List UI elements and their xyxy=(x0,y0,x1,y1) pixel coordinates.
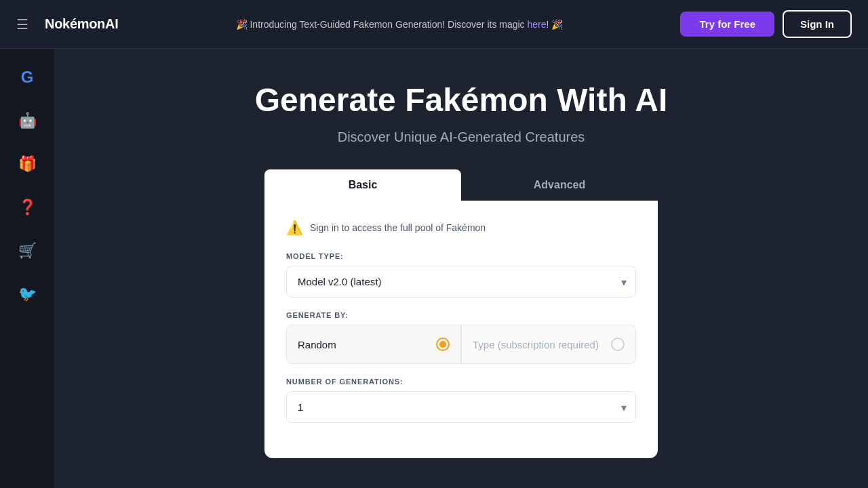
model-type-wrapper: Model v2.0 (latest) Model v1.0 ▾ xyxy=(286,266,636,298)
generations-select[interactable]: 1 2 3 4 xyxy=(286,391,636,423)
model-type-select[interactable]: Model v2.0 (latest) Model v1.0 xyxy=(286,266,636,298)
announcement-text-pre: 🎉 Introducing Text-Guided Fakemon Genera… xyxy=(236,19,528,30)
store-icon: 🛒 xyxy=(18,242,37,260)
help-icon: ❓ xyxy=(18,199,37,216)
sidebar-item-google[interactable]: G xyxy=(12,62,42,92)
model-type-label: MODEL TYPE: xyxy=(286,252,636,260)
radio-type[interactable]: Type (subscription required) xyxy=(461,325,636,364)
page-subtitle: Discover Unique AI-Generated Creatures xyxy=(338,129,585,145)
gift-icon: 🎁 xyxy=(18,155,37,173)
sidebar-item-store[interactable]: 🛒 xyxy=(12,236,42,266)
radio-random-dot xyxy=(436,338,450,351)
tabs-container: Basic Advanced xyxy=(264,169,658,201)
robot-icon: 🤖 xyxy=(18,112,37,129)
sidebar-item-twitter[interactable]: 🐦 xyxy=(12,279,42,309)
radio-group: Random Type (subscription required) xyxy=(286,325,636,364)
announcement-text-post: ! 🎉 xyxy=(547,19,564,30)
sidebar-item-gift[interactable]: 🎁 xyxy=(12,149,42,179)
generate-card: ⚠️ Sign in to access the full pool of Fa… xyxy=(264,201,658,458)
generations-wrapper: 1 2 3 4 ▾ xyxy=(286,391,636,423)
radio-type-label: Type (subscription required) xyxy=(473,339,599,350)
radio-type-dot xyxy=(611,338,625,351)
try-for-free-button[interactable]: Try for Free xyxy=(680,12,774,37)
info-banner: ⚠️ Sign in to access the full pool of Fa… xyxy=(286,220,636,236)
tab-advanced[interactable]: Advanced xyxy=(461,169,658,201)
info-text: Sign in to access the full pool of Fakém… xyxy=(310,222,486,233)
twitter-icon: 🐦 xyxy=(18,285,37,303)
google-icon: G xyxy=(21,68,34,87)
announcement-link[interactable]: here xyxy=(528,19,547,30)
announcement-banner: 🎉 Introducing Text-Guided Fakemon Genera… xyxy=(129,19,669,30)
radio-random[interactable]: Random xyxy=(286,325,461,364)
generations-label: NUMBER OF GENERATIONS: xyxy=(286,378,636,386)
generate-by-label: GENERATE BY: xyxy=(286,311,636,319)
warning-icon: ⚠️ xyxy=(286,220,303,236)
sidebar-item-help[interactable]: ❓ xyxy=(12,192,42,222)
menu-icon[interactable]: ☰ xyxy=(16,16,28,33)
page-title: Generate Fakémon With AI xyxy=(255,81,668,119)
main-layout: G 🤖 🎁 ❓ 🛒 🐦 Generate Fakémon With AI Dis… xyxy=(0,49,868,488)
content-area: Generate Fakémon With AI Discover Unique… xyxy=(54,49,868,488)
app-logo: NokémonAI xyxy=(45,16,118,32)
sidebar-item-robot[interactable]: 🤖 xyxy=(12,106,42,136)
navbar-actions: Try for Free Sign In xyxy=(680,10,852,38)
sidebar: G 🤖 🎁 ❓ 🛒 🐦 xyxy=(0,49,54,488)
radio-random-label: Random xyxy=(298,339,336,350)
tab-basic[interactable]: Basic xyxy=(264,169,461,201)
sign-in-button[interactable]: Sign In xyxy=(783,10,852,38)
navbar: ☰ NokémonAI 🎉 Introducing Text-Guided Fa… xyxy=(0,0,868,49)
